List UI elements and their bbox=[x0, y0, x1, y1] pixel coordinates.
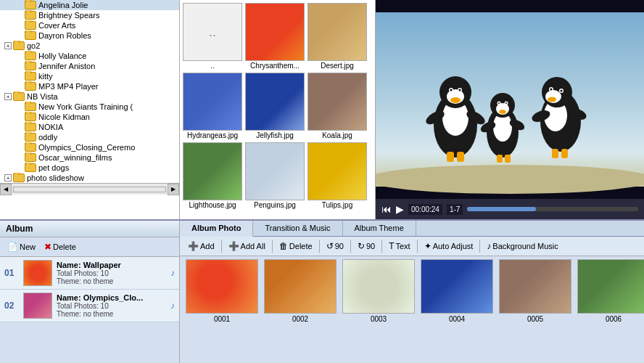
music-icon: ♪ bbox=[170, 301, 175, 311]
tree-item[interactable]: oddly bbox=[0, 132, 179, 142]
scroll-track[interactable] bbox=[13, 187, 166, 192]
photo-strip: 0001000200030004000500060007000800090010 bbox=[180, 256, 644, 363]
svg-point-1 bbox=[376, 165, 644, 194]
svg-rect-26 bbox=[497, 155, 503, 163]
add-all-label: Add All bbox=[241, 242, 265, 250]
expand-btn[interactable]: + bbox=[4, 42, 12, 49]
play-prev-btn[interactable]: ⏮ bbox=[381, 203, 392, 215]
tree-item-label: oddly bbox=[38, 133, 57, 142]
tree-item[interactable]: Cover Arts bbox=[0, 20, 179, 30]
tree-item-label: Dayron Robles bbox=[38, 31, 91, 40]
preview-image bbox=[376, 0, 644, 199]
new-album-button[interactable]: 📄 New bbox=[4, 240, 38, 253]
tree-item[interactable]: Olympics_Closing_Ceremo bbox=[0, 142, 179, 152]
text-button[interactable]: T Text bbox=[385, 240, 414, 253]
tree-item[interactable]: +NB Vista bbox=[0, 91, 179, 102]
photo-item[interactable]: 0004 bbox=[421, 259, 493, 323]
tree-item[interactable]: Nicole Kidman bbox=[0, 112, 179, 122]
svg-point-32 bbox=[548, 97, 556, 102]
range-display: 1-7 bbox=[447, 204, 463, 215]
grid-thumb bbox=[183, 73, 242, 131]
tree-item[interactable]: NOKIA bbox=[0, 122, 179, 132]
expand-btn[interactable]: + bbox=[4, 174, 12, 182]
preview-controls: ⏮ ▶ 00:00:24 1-7 bbox=[376, 199, 644, 219]
album-detail-panel: Album PhotoTransition & MusicAlbum Theme… bbox=[180, 221, 644, 363]
sep4 bbox=[350, 240, 351, 253]
grid-item[interactable]: Lighthouse.jpg bbox=[183, 142, 242, 209]
penguin-preview-svg bbox=[376, 0, 644, 199]
album-panel: Album 📄 New ✖ Delete 01Name: WallpaperTo… bbox=[0, 221, 180, 363]
grid-item[interactable]: Hydrangeas.jpg bbox=[183, 73, 242, 139]
rotate-cw-button[interactable]: ↻ 90 bbox=[354, 240, 379, 253]
tree-item-label: Jennifer Aniston bbox=[38, 62, 95, 70]
scroll-left-btn[interactable]: ◀ bbox=[0, 184, 12, 195]
tab-album-theme[interactable]: Album Theme bbox=[343, 221, 416, 236]
album-item[interactable]: 01Name: WallpaperTotal Photos: 10Theme: … bbox=[0, 257, 179, 290]
tree-item-label: photo slideshow bbox=[27, 174, 84, 182]
grid-thumb bbox=[245, 142, 305, 200]
tree-horizontal-scrollbar[interactable]: ◀ ▶ bbox=[0, 183, 179, 195]
text-label: Text bbox=[395, 242, 410, 250]
sep2 bbox=[272, 240, 273, 253]
auto-adjust-button[interactable]: ✦ Auto Adjust bbox=[421, 240, 477, 253]
svg-point-9 bbox=[450, 89, 453, 91]
photo-item[interactable]: 0003 bbox=[342, 259, 415, 323]
photo-item[interactable]: 0001 bbox=[186, 259, 258, 323]
tree-item[interactable]: Brightney Spears bbox=[0, 10, 179, 20]
tree-item[interactable]: kitty bbox=[0, 71, 179, 81]
tree-item[interactable]: Angelina Jolie bbox=[0, 0, 179, 10]
tree-item[interactable]: MP3 MP4 Player bbox=[0, 81, 179, 91]
add-photo-button[interactable]: ➕ Add bbox=[184, 240, 218, 253]
folder-icon bbox=[25, 62, 36, 70]
tree-item[interactable]: +go2 bbox=[0, 41, 179, 51]
grid-label: Jellyfish.jpg bbox=[256, 131, 294, 139]
auto-adjust-label: Auto Adjust bbox=[433, 242, 474, 250]
grid-item[interactable]: Desert.jpg bbox=[307, 3, 367, 70]
tab-transition-&-music[interactable]: Transition & Music bbox=[253, 221, 342, 236]
photo-item[interactable]: 0006 bbox=[577, 259, 644, 323]
grid-thumb bbox=[307, 73, 367, 131]
expand-btn[interactable]: + bbox=[4, 93, 12, 100]
tree-item-label: Olympics_Closing_Ceremo bbox=[38, 143, 135, 152]
play-btn[interactable]: ▶ bbox=[396, 203, 404, 215]
tree-item[interactable]: +photo slideshow bbox=[0, 173, 179, 183]
tab-bar: Album PhotoTransition & MusicAlbum Theme bbox=[180, 221, 644, 237]
new-icon: 📄 bbox=[7, 242, 18, 252]
tree-item[interactable]: pet dogs bbox=[0, 163, 179, 173]
rotate-ccw-button[interactable]: ↺ 90 bbox=[323, 240, 347, 253]
add-all-button[interactable]: ➕ Add All bbox=[225, 240, 269, 253]
tree-item[interactable]: Dayron Robles bbox=[0, 30, 179, 41]
tree-item[interactable]: Oscar_winning_films bbox=[0, 152, 179, 163]
scroll-right-btn[interactable]: ▶ bbox=[168, 184, 179, 195]
tree-item-label: go2 bbox=[27, 41, 40, 50]
progress-bar[interactable] bbox=[467, 207, 638, 211]
album-name: Name: Olympics_Clo... bbox=[57, 293, 168, 302]
grid-item[interactable]: Penguins.jpg bbox=[245, 142, 305, 209]
tree-item[interactable]: Jennifer Aniston bbox=[0, 61, 179, 71]
grid-item[interactable]: Koala.jpg bbox=[307, 73, 367, 139]
tree-item[interactable]: Holly Valance bbox=[0, 51, 179, 61]
delete-album-button[interactable]: ✖ Delete bbox=[41, 240, 79, 253]
rot90a-label: 90 bbox=[335, 242, 344, 250]
tab-album-photo[interactable]: Album Photo bbox=[180, 221, 253, 237]
preview-panel: ⏮ ▶ 00:00:24 1-7 bbox=[376, 0, 644, 219]
album-item[interactable]: 02Name: Olympics_Clo...Total Photos: 10T… bbox=[0, 290, 179, 322]
grid-thumb bbox=[183, 142, 242, 200]
grid-item[interactable]: .... bbox=[183, 3, 242, 70]
sep3 bbox=[319, 240, 320, 253]
album-photo-toolbar: ➕ Add ➕ Add All 🗑 Delete ↺ 90 ↻ 90 bbox=[180, 237, 644, 256]
grid-item[interactable]: Chrysanthem... bbox=[245, 3, 305, 70]
album-num: 01 bbox=[4, 268, 19, 278]
rotate-cw-icon: ↻ bbox=[358, 241, 365, 251]
background-music-button[interactable]: ♪ Background Music bbox=[483, 240, 562, 253]
tree-item[interactable]: New York Giants Training ( bbox=[0, 102, 179, 112]
grid-thumb: .. bbox=[183, 3, 242, 61]
delete-photo-button[interactable]: 🗑 Delete bbox=[276, 240, 316, 253]
tree-item-label: Cover Arts bbox=[38, 21, 75, 30]
svg-rect-39 bbox=[552, 149, 558, 158]
photo-item[interactable]: 0002 bbox=[264, 259, 337, 323]
grid-item[interactable]: Jellyfish.jpg bbox=[245, 73, 305, 139]
image-grid: ....Chrysanthem...Desert.jpgHydrangeas.j… bbox=[180, 0, 375, 219]
photo-item[interactable]: 0005 bbox=[499, 259, 571, 323]
grid-item[interactable]: Tulips.jpg bbox=[307, 142, 367, 209]
